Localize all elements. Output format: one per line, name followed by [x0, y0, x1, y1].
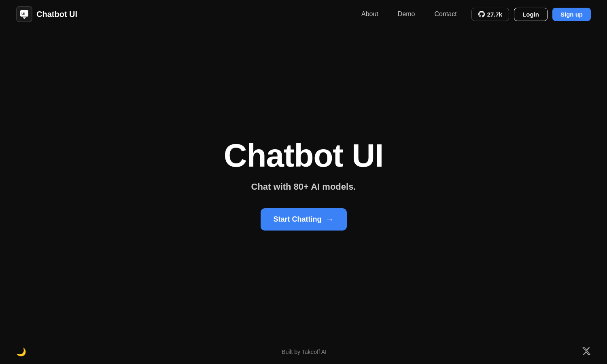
- footer: 🌙 Built by Takeoff AI: [0, 340, 607, 364]
- svg-text:UI: UI: [21, 12, 24, 16]
- logo-icon: UI: [16, 6, 32, 22]
- hero-title: Chatbot UI: [224, 138, 383, 174]
- logo-text: Chatbot UI: [36, 10, 77, 19]
- nav-demo[interactable]: Demo: [390, 7, 423, 21]
- login-button[interactable]: Login: [514, 8, 548, 21]
- start-chatting-button[interactable]: Start Chatting →: [261, 208, 347, 231]
- hero-subtitle: Chat with 80+ AI models.: [251, 182, 356, 192]
- logo[interactable]: UI Chatbot UI: [16, 6, 77, 22]
- nav-contact[interactable]: Contact: [426, 7, 465, 21]
- github-star-button[interactable]: 27.7k: [471, 8, 509, 21]
- twitter-x-link[interactable]: [582, 347, 591, 358]
- nav-about[interactable]: About: [353, 7, 386, 21]
- start-chatting-label: Start Chatting: [274, 215, 322, 224]
- arrow-icon: →: [326, 215, 334, 224]
- moon-icon: 🌙: [16, 347, 26, 357]
- theme-toggle[interactable]: 🌙: [16, 347, 26, 357]
- signup-button[interactable]: Sign up: [552, 8, 591, 21]
- built-by-text: Built by Takeoff AI: [282, 349, 327, 355]
- x-twitter-icon: [582, 347, 591, 356]
- github-star-count: 27.7k: [487, 11, 503, 18]
- nav: About Demo Contact 27.7k Login Sign up: [353, 7, 591, 21]
- github-icon: [478, 11, 485, 17]
- hero-section: Chatbot UI Chat with 80+ AI models. Star…: [0, 28, 607, 340]
